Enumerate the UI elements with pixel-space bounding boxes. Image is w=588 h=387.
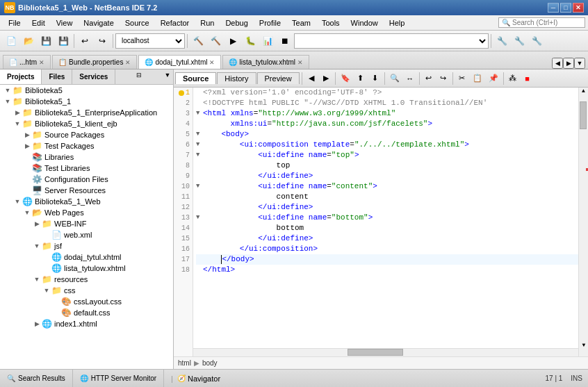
- task-btn2[interactable]: 🔧: [511, 33, 528, 49]
- redo-button[interactable]: ↪: [94, 33, 111, 49]
- menu-debug[interactable]: Debug: [220, 17, 253, 28]
- editor-btn-replace[interactable]: ↔: [403, 72, 417, 85]
- editor-btn-format[interactable]: ⁂: [506, 72, 520, 85]
- open-button[interactable]: 📂: [20, 33, 37, 49]
- breadcrumb-body[interactable]: body: [202, 359, 218, 367]
- tree-source-pkg[interactable]: ▶ 📁 Source Packages: [0, 129, 173, 140]
- close-button[interactable]: ✕: [573, 3, 584, 13]
- tab-htm[interactable]: 📄 ...htm ✕: [3, 55, 51, 69]
- toggle-resources[interactable]: ▼: [32, 276, 42, 283]
- menu-edit[interactable]: Edit: [26, 17, 51, 28]
- breadcrumb-html[interactable]: html: [178, 359, 191, 367]
- tree-webxml[interactable]: 📄 web.xml: [0, 229, 173, 240]
- toggle-web[interactable]: ▼: [13, 198, 22, 205]
- fold-10[interactable]: ▼: [196, 181, 203, 192]
- editor-btn-prev-bookmark[interactable]: ⬆: [354, 72, 368, 85]
- build-button[interactable]: 🔨: [190, 33, 206, 49]
- menu-tools[interactable]: Tools: [316, 17, 345, 28]
- editor-btn-copy[interactable]: 📋: [470, 72, 485, 85]
- tree-biblioteka5[interactable]: ▼ 📁 Biblioteka5: [0, 85, 173, 96]
- v-scrollbar[interactable]: ▲ ▼: [578, 88, 588, 356]
- source-tab[interactable]: Source: [175, 72, 216, 84]
- task-select[interactable]: [294, 33, 489, 49]
- toggle-css[interactable]: ▼: [42, 287, 51, 294]
- editor-btn-next-bookmark[interactable]: ⬇: [368, 72, 382, 85]
- tree-klient[interactable]: ▼ 📁 Biblioteka5_1_klient_ejb: [0, 118, 173, 129]
- menu-run[interactable]: Run: [195, 17, 220, 28]
- save-all-button[interactable]: 💾: [55, 33, 72, 49]
- tree-server-resources[interactable]: 🖥️ Server Resources: [0, 185, 173, 196]
- menu-navigate[interactable]: Navigate: [78, 17, 119, 28]
- editor-btn-redo[interactable]: ↪: [436, 72, 450, 85]
- tab-lista-close[interactable]: ✕: [297, 59, 303, 66]
- code-content[interactable]: <?xml version='1.0' encoding='UTF-8' ?> …: [193, 88, 578, 356]
- maximize-button[interactable]: □: [560, 3, 571, 13]
- toggle-enterprise[interactable]: ▶: [13, 109, 22, 116]
- search-input[interactable]: [512, 19, 582, 26]
- tree-default-css[interactable]: 🎨 default.css: [0, 307, 173, 318]
- save-button[interactable]: 💾: [38, 33, 54, 49]
- sidebar-menu-btn[interactable]: ▼: [162, 69, 173, 81]
- editor-btn-toggle-bookmark[interactable]: 🔖: [338, 72, 353, 85]
- menu-help[interactable]: Help: [384, 17, 411, 28]
- menu-source[interactable]: Source: [120, 17, 155, 28]
- toggle-jsf[interactable]: ▼: [32, 242, 42, 249]
- run-button[interactable]: ▶: [224, 33, 241, 49]
- fold-3[interactable]: ▼: [196, 108, 203, 119]
- editor-btn-undo[interactable]: ↩: [422, 72, 436, 85]
- code-editor[interactable]: 1 2 3 4 5 6 7 8 9 10 11 12 13 14 15 16 1…: [174, 88, 588, 356]
- tree-resources[interactable]: ▼ 📁 resources: [0, 274, 173, 285]
- fold-7[interactable]: ▼: [196, 150, 203, 160]
- toggle-biblioteka5[interactable]: ▼: [3, 87, 13, 94]
- tree-web-pages[interactable]: ▼ 📂 Web Pages: [0, 207, 173, 218]
- tab-dodaj[interactable]: 🌐 dodaj_tytul.xhtml ✕: [138, 55, 221, 69]
- tree-dodaj[interactable]: 🌐 dodaj_tytul.xhtml: [0, 252, 173, 263]
- toggle-index1[interactable]: ▶: [32, 320, 42, 327]
- sidebar-tab-services[interactable]: Services: [72, 69, 115, 84]
- tree-css[interactable]: ▼ 📁 css: [0, 285, 173, 296]
- fold-13[interactable]: ▼: [196, 213, 203, 223]
- menu-profile[interactable]: Profile: [254, 17, 286, 28]
- toggle-source-pkg[interactable]: ▶: [22, 131, 32, 138]
- menu-window[interactable]: Window: [345, 17, 384, 28]
- tab-dodaj-close[interactable]: ✕: [209, 59, 215, 66]
- minimize-button[interactable]: ─: [548, 3, 559, 13]
- tab-bundle[interactable]: 📋 Bundle.properties ✕: [52, 55, 137, 69]
- editor-btn-back[interactable]: ◀: [304, 72, 318, 85]
- task-btn3[interactable]: 🔧: [528, 33, 545, 49]
- fold-6[interactable]: ▼: [196, 140, 203, 150]
- menu-refactor[interactable]: Refactor: [155, 17, 195, 28]
- new-button[interactable]: 📄: [3, 33, 19, 49]
- tab-menu[interactable]: ▼: [574, 58, 585, 69]
- tree-csslayout[interactable]: 🎨 cssLayout.css: [0, 296, 173, 307]
- tab-scroll-right[interactable]: ▶: [563, 58, 574, 69]
- profile-button-tb[interactable]: 📊: [259, 33, 276, 49]
- sidebar-tab-projects[interactable]: Projects: [0, 69, 42, 84]
- tree-libraries[interactable]: 📚 Libraries: [0, 151, 173, 163]
- toggle-webinf[interactable]: ▶: [32, 220, 42, 227]
- history-tab[interactable]: History: [217, 72, 256, 84]
- tree-web[interactable]: ▼ 🌐 Biblioteka5_1_Web: [0, 196, 173, 207]
- task-btn1[interactable]: 🔧: [493, 33, 510, 49]
- tree-test-libraries[interactable]: 📚 Test Libraries: [0, 163, 173, 174]
- tab-bundle-close[interactable]: ✕: [125, 59, 131, 66]
- debug-button[interactable]: 🐛: [242, 33, 259, 49]
- fold-5[interactable]: ▼: [196, 129, 203, 140]
- toggle-web-pages[interactable]: ▼: [22, 209, 32, 216]
- menu-file[interactable]: File: [3, 17, 26, 28]
- bottom-tab-search[interactable]: 🔍 Search Results: [0, 370, 73, 388]
- menu-view[interactable]: View: [51, 17, 79, 28]
- preview-tab[interactable]: Preview: [257, 72, 300, 84]
- v-scroll-down[interactable]: ▼: [579, 342, 588, 348]
- tree-biblioteka51[interactable]: ▼ 📁 Biblioteka5_1: [0, 96, 173, 107]
- h-scrollbar[interactable]: [193, 348, 578, 356]
- undo-button[interactable]: ↩: [76, 33, 93, 49]
- editor-btn-paste[interactable]: 📌: [486, 72, 501, 85]
- tree-config-files[interactable]: ⚙️ Configuration Files: [0, 174, 173, 185]
- search-box[interactable]: 🔍: [498, 17, 585, 28]
- tree-lista[interactable]: 🌐 lista_tytulow.xhtml: [0, 263, 173, 274]
- server-select[interactable]: localhost: [115, 33, 185, 49]
- clean-build-button[interactable]: 🔨: [207, 33, 224, 49]
- toggle-biblioteka51[interactable]: ▼: [3, 98, 13, 105]
- sidebar-pin-btn[interactable]: ⊟: [133, 69, 145, 81]
